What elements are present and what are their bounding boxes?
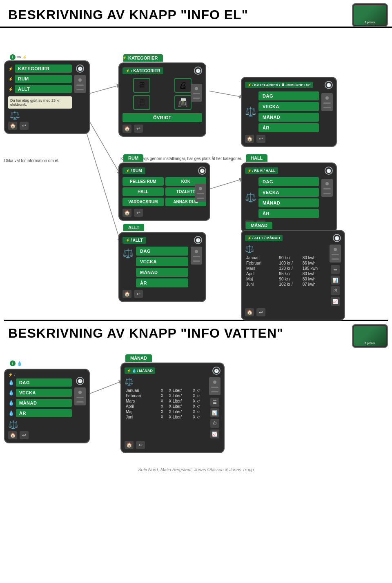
vecka-btn-h[interactable]: VECKA: [258, 188, 319, 197]
vecka-btn-j[interactable]: VECKA: [258, 102, 319, 111]
manad-tab: MÅNAD: [246, 222, 272, 229]
table-row: Mars 120 kr / 195 kwh: [245, 266, 327, 271]
manad-panel: MÅNAD ⚡/ ALLT / MÅNAD 🕐 ⚖️ Januari 90 kr…: [241, 230, 345, 320]
dag-btn-h[interactable]: DAG: [258, 177, 319, 186]
hall-tab: HALL: [246, 154, 267, 162]
dag-btn-a[interactable]: DAG: [136, 247, 188, 256]
home-btn-2[interactable]: 🏠: [122, 125, 131, 133]
vatten-manad-tab: MÅNAD: [125, 354, 152, 362]
back-btn-v[interactable]: ↩: [20, 431, 29, 439]
page-title: BESKRIVNING AV KNAPP "INFO EL": [0, 0, 392, 28]
rum-header: ⚡/ RUM: [122, 167, 145, 174]
scale-icon-vm: ⚖️: [125, 378, 134, 386]
back-btn-vm[interactable]: ↩: [136, 441, 145, 449]
table-row: Juni 102 kr / 87 kwh: [245, 282, 327, 287]
line-chart-vm[interactable]: 📈: [210, 429, 219, 438]
table-row: Maj X X Liter/ X kr: [125, 409, 207, 414]
pelles-rum-btn[interactable]: PELLES RUM: [122, 177, 164, 186]
manad-btn-h[interactable]: MÅNAD: [258, 198, 319, 207]
kategorier-panel: KATEGORIER ⚡ / ⚡ / KATEGORIER 🕐 🖥 🖨 🖥 📠 …: [118, 62, 206, 137]
sub-header-bar: ⚡ / KATEGORIER: [122, 67, 163, 74]
speaker-7: [330, 245, 341, 263]
scale-icon-3: ⚖️: [245, 192, 256, 203]
speaker-4: [195, 184, 206, 202]
back-btn-4[interactable]: ↩: [134, 209, 143, 217]
pie-chart-vm[interactable]: ⏱: [210, 419, 219, 428]
clock-icon: 🕐: [76, 65, 84, 73]
thumb-label: 3 pizzor: [365, 21, 375, 24]
thumb-label-2: 3 pizzor: [365, 342, 375, 345]
note-text-1: Olika val för information om el.: [4, 158, 59, 163]
manad-vatten-btn[interactable]: MÅNAD: [16, 399, 72, 407]
list-icon-vm[interactable]: ☰: [210, 398, 219, 407]
table-row: Januari 90 kr / 80 kwh: [245, 255, 327, 260]
hall-btn[interactable]: HALL: [122, 187, 164, 196]
rum-panel: RUM ⚡/ RUM 🕐 PELLES RUM KÖK HALL TOALETT…: [118, 162, 210, 221]
home-btn[interactable]: 🏠: [8, 122, 17, 130]
home-btn-v[interactable]: 🏠: [8, 431, 17, 439]
allt-panel: ALLT ⚡/ ALLT 🕐 ⚖️ DAG VECKA MÅNAD ÅR 🏠: [118, 232, 206, 302]
speaker-3: [321, 93, 333, 111]
table-row: Mars X X Liter/ X kr: [125, 398, 207, 404]
line-chart-btn[interactable]: 📈: [331, 297, 340, 306]
home-btn-vm[interactable]: 🏠: [125, 441, 134, 449]
back-btn-2[interactable]: ↩: [134, 125, 143, 133]
ar-btn-h[interactable]: ÅR: [258, 209, 319, 218]
pie-chart-btn[interactable]: ⏱: [331, 286, 340, 295]
scale-icon-4: ⚖️: [122, 248, 134, 259]
speaker-vm: [209, 377, 220, 395]
jamforelse-panel: ⚡/ KATEGORIER/ 🖥 JÄMFÖRELSE 🕐 ⚖️ DAG VEC…: [241, 77, 337, 147]
svg-line-5: [209, 179, 243, 189]
table-row: Maj 90 kr / 80 kwh: [245, 276, 327, 282]
info-badge: i: [10, 54, 16, 60]
ovrigt-btn[interactable]: ÖVRIGT: [122, 113, 202, 122]
table-row: April 95 kr / 80 kwh: [245, 271, 327, 276]
vatten-data-table: Januari X X Liter/ X krFebruari X X Lite…: [125, 388, 207, 420]
kategorier-tab: KATEGORIER: [123, 54, 163, 62]
bar-chart-vm[interactable]: 📊: [210, 408, 219, 417]
clock-icon-vm: 🕐: [212, 367, 220, 375]
bar-chart-btn[interactable]: 📊: [331, 276, 340, 285]
speaker-5: [321, 179, 333, 197]
kategorier-btn[interactable]: KATEGORIER: [15, 65, 72, 73]
allt-btn[interactable]: ALLT: [15, 85, 72, 93]
rum-btn[interactable]: RUM: [15, 75, 72, 83]
vardagsrum-btn[interactable]: VARDAGSRUM: [122, 198, 164, 206]
vecka-vatten-btn[interactable]: VECKA: [16, 389, 72, 397]
home-btn-4[interactable]: 🏠: [122, 209, 131, 217]
vatten-manad-header: ⚡ 💧/ MÅNAD: [125, 367, 155, 374]
manad-btn-a[interactable]: MÅNAD: [136, 268, 188, 277]
speaker-block: [74, 75, 86, 93]
dag-btn-j[interactable]: DAG: [258, 91, 319, 100]
note-box: Du har idag gjort av med 23 kr elektroni…: [8, 96, 72, 109]
home-btn-3[interactable]: 🏠: [245, 135, 254, 143]
cat-icon-fax: 📠: [174, 95, 192, 110]
home-btn-7[interactable]: 🏠: [245, 308, 254, 316]
speaker-6: [191, 247, 202, 265]
home-btn-6[interactable]: 🏠: [122, 290, 131, 298]
clock-icon-3: 🕐: [325, 81, 333, 89]
table-row: Februari 100 kr / 86 kwh: [245, 260, 327, 266]
clock-icon-5: 🕐: [325, 167, 333, 175]
list-icon-btn[interactable]: ☰: [331, 265, 340, 274]
manad-btn-j[interactable]: MÅNAD: [258, 113, 319, 122]
back-btn-3[interactable]: ↩: [256, 135, 265, 143]
svg-line-7: [86, 381, 122, 395]
ar-vatten-btn[interactable]: ÅR: [16, 409, 72, 417]
footer: Sofii Nord, Malin Bergstedt, Jonas Ohlss…: [0, 461, 392, 475]
main-left-panel: i ⇒ ⚡ ⚡ KATEGORIER ⚡ RUM ⚡ ALLT: [4, 60, 90, 134]
ar-btn-a[interactable]: ÅR: [136, 278, 188, 287]
vecka-btn-a[interactable]: VECKA: [136, 257, 188, 266]
back-btn[interactable]: ↩: [20, 122, 29, 130]
scale-icon-5: ⚖️: [245, 245, 254, 253]
ar-btn-j[interactable]: ÅR: [258, 123, 319, 132]
speaker-v: [74, 387, 86, 405]
back-btn-6[interactable]: ↩: [134, 290, 143, 298]
hall-header: ⚡/ RUM / HALL: [245, 167, 278, 174]
cat-icon-printer: 🖨: [174, 78, 192, 93]
dag-vatten-btn[interactable]: DAG: [16, 378, 72, 387]
back-btn-7[interactable]: ↩: [256, 308, 265, 316]
clock-icon-4: 🕐: [198, 167, 206, 175]
clock-icon-7: 🕐: [333, 234, 341, 242]
table-row: Juni X X Liter/ X kr: [125, 414, 207, 420]
